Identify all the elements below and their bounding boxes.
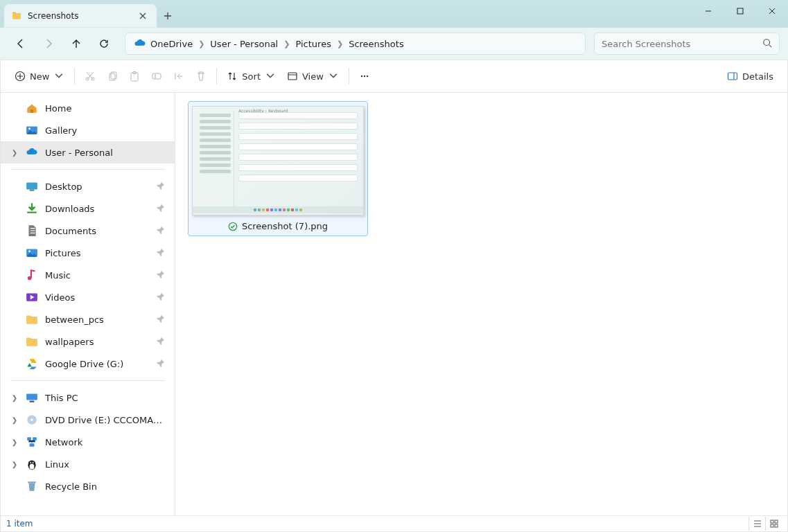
cut-button[interactable] — [79, 64, 101, 89]
new-button[interactable]: New — [9, 64, 70, 89]
view-button[interactable]: View — [281, 64, 344, 89]
sidebar-item-label: Google Drive (G:) — [45, 359, 150, 369]
pin-icon[interactable] — [157, 270, 165, 281]
svg-point-27 — [30, 418, 33, 420]
chevron-right-icon[interactable]: ❯ — [10, 149, 19, 157]
tab-title: Screenshots — [28, 11, 134, 21]
sidebar-item-linux[interactable]: ❯ Linux — [1, 453, 175, 475]
forward-button[interactable] — [36, 33, 61, 55]
sidebar-item-music[interactable]: Music — [1, 264, 175, 286]
pin-icon[interactable] — [157, 359, 165, 369]
sidebar-item-pictures[interactable]: Pictures — [1, 242, 175, 264]
sidebar-item-downloads[interactable]: Downloads — [1, 197, 175, 220]
chevron-right-icon[interactable]: ❯ — [10, 461, 19, 468]
thumbnails-view-button[interactable] — [765, 517, 782, 531]
breadcrumb-current[interactable]: Screenshots — [346, 39, 407, 49]
breadcrumb-root[interactable]: OneDrive — [131, 37, 195, 50]
svg-rect-39 — [771, 524, 773, 527]
sidebar-item-label: Pictures — [45, 248, 150, 258]
sidebar-item-network[interactable]: ❯ Network — [1, 431, 175, 453]
sidebar-item-label: Music — [45, 270, 150, 281]
sidebar-item-dvd-drive[interactable]: ❯ DVD Drive (E:) CCCOMA_X64FRE_EN — [1, 409, 175, 431]
status-bar: 1 item — [0, 515, 788, 532]
breadcrumb-item[interactable]: User - Personal — [207, 39, 281, 49]
details-pane-button[interactable]: Details — [721, 64, 779, 89]
chevron-right-icon[interactable]: ❯ — [10, 416, 19, 424]
breadcrumb-bar[interactable]: OneDrive ❯ User - Personal ❯ Pictures ❯ … — [125, 33, 586, 55]
file-list-area[interactable]: Accessibility › Keyboard Screenshot (7).… — [175, 93, 787, 515]
view-label: View — [302, 71, 324, 82]
window-tab[interactable]: Screenshots — [4, 4, 157, 28]
sidebar-item-label: This PC — [45, 393, 165, 403]
close-window-button[interactable] — [756, 0, 788, 22]
delete-button[interactable] — [190, 64, 212, 89]
address-bar-row: OneDrive ❯ User - Personal ❯ Pictures ❯ … — [0, 28, 788, 60]
share-button[interactable] — [168, 64, 190, 89]
sort-button[interactable]: Sort — [221, 64, 281, 89]
new-icon — [15, 71, 26, 82]
new-label: New — [30, 71, 49, 82]
folder-icon — [26, 313, 38, 326]
search-icon[interactable] — [762, 37, 772, 51]
paste-button[interactable] — [123, 64, 146, 89]
sidebar-item-home[interactable]: Home — [1, 97, 175, 119]
this-pc-icon — [26, 391, 38, 404]
onedrive-icon — [134, 37, 146, 50]
pin-icon[interactable] — [157, 181, 165, 192]
chevron-right-icon[interactable]: ❯ — [334, 39, 346, 48]
minimize-button[interactable] — [692, 0, 724, 22]
breadcrumb-item[interactable]: Pictures — [292, 39, 333, 49]
rename-button[interactable] — [146, 64, 168, 89]
sidebar-item-label: Videos — [45, 292, 150, 303]
details-view-button[interactable] — [748, 517, 765, 531]
videos-icon — [26, 291, 38, 303]
svg-point-34 — [33, 462, 34, 463]
chevron-right-icon[interactable]: ❯ — [10, 394, 19, 402]
sidebar-item-videos[interactable]: Videos — [1, 286, 175, 308]
pin-icon[interactable] — [157, 204, 165, 214]
file-item-selected[interactable]: Accessibility › Keyboard Screenshot (7).… — [188, 101, 368, 236]
pin-icon[interactable] — [157, 248, 165, 258]
sidebar-item-this-pc[interactable]: ❯ This PC — [1, 387, 175, 409]
sidebar-item-label: User - Personal — [45, 148, 165, 158]
up-button[interactable] — [64, 33, 89, 55]
sidebar-item-label: Recycle Bin — [45, 481, 165, 492]
file-name: Screenshot (7).png — [242, 221, 328, 231]
svg-point-33 — [30, 462, 31, 463]
sidebar-item-folder[interactable]: wallpapers — [1, 330, 175, 353]
sidebar-item-documents[interactable]: Documents — [1, 220, 175, 242]
refresh-button[interactable] — [91, 33, 116, 55]
svg-rect-18 — [30, 190, 35, 191]
sidebar-item-folder[interactable]: between_pcs — [1, 308, 175, 330]
pin-icon[interactable] — [157, 292, 165, 303]
search-input[interactable] — [602, 39, 762, 49]
sidebar-item-desktop[interactable]: Desktop — [1, 175, 175, 197]
sidebar-item-label: wallpapers — [45, 337, 150, 347]
status-item-count: 1 item — [6, 519, 33, 529]
pin-icon[interactable] — [157, 337, 165, 347]
svg-rect-0 — [737, 8, 743, 14]
chevron-right-icon[interactable]: ❯ — [281, 39, 292, 48]
sidebar-item-recycle-bin[interactable]: Recycle Bin — [1, 475, 175, 497]
svg-rect-14 — [728, 73, 737, 80]
sort-label: Sort — [242, 71, 261, 82]
search-box[interactable] — [594, 33, 780, 55]
pin-icon[interactable] — [157, 314, 165, 325]
maximize-button[interactable] — [724, 0, 756, 22]
disc-icon — [26, 414, 38, 426]
pin-icon[interactable] — [157, 226, 165, 236]
svg-rect-38 — [775, 520, 778, 523]
desktop-icon — [26, 180, 38, 193]
navigation-pane[interactable]: Home Gallery ❯ User - Personal Desktop D… — [1, 93, 175, 515]
sidebar-item-gallery[interactable]: Gallery — [1, 119, 175, 141]
back-button[interactable] — [8, 33, 33, 55]
chevron-right-icon[interactable]: ❯ — [195, 39, 207, 48]
new-tab-button[interactable] — [157, 4, 179, 28]
tab-close-button[interactable] — [134, 8, 151, 24]
svg-rect-9 — [152, 73, 161, 79]
copy-button[interactable] — [101, 64, 123, 89]
chevron-right-icon[interactable]: ❯ — [10, 438, 19, 446]
sidebar-item-onedrive-personal[interactable]: ❯ User - Personal — [1, 141, 175, 163]
sidebar-item-google-drive[interactable]: Google Drive (G:) — [1, 353, 175, 375]
more-button[interactable] — [353, 64, 376, 89]
